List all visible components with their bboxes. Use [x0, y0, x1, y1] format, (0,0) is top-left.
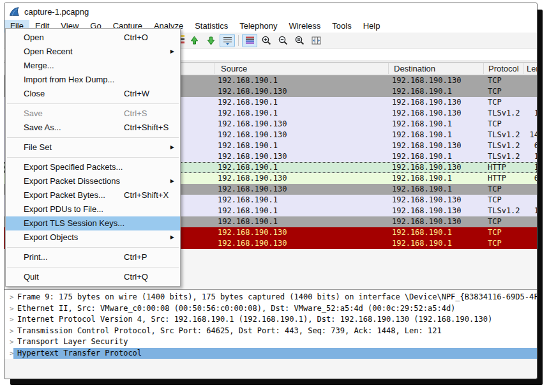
expander-chevron-icon[interactable]: >	[4, 314, 13, 326]
file-menu-item-merge[interactable]: Merge...	[6, 59, 180, 73]
cell-destination: 192.168.190.130	[392, 140, 461, 151]
column-header-source[interactable]: Source	[221, 64, 247, 73]
expander-chevron-icon[interactable]: >	[4, 326, 13, 337]
submenu-arrow-icon: ▶	[170, 230, 174, 245]
detail-tree-row[interactable]: >Transmission Control Protocol, Src Port…	[4, 326, 537, 337]
cell-destination: 192.168.190.1	[392, 184, 452, 195]
file-menu-item-save[interactable]: SaveCtrl+S	[6, 107, 180, 121]
menubar-item-statistics[interactable]: Statistics	[189, 20, 234, 33]
cell-source: 192.168.190.1	[218, 195, 278, 206]
cell-protocol: TCP	[488, 75, 502, 86]
cell-destination: 192.168.190.1	[392, 173, 452, 184]
menu-shortcut: Ctrl+W	[124, 87, 149, 101]
menu-separator	[6, 264, 180, 270]
colorize-packets-icon[interactable]	[242, 34, 257, 47]
resize-columns-icon[interactable]	[308, 34, 324, 47]
detail-text: Transport Layer Security	[13, 336, 537, 348]
file-menu-item-export-specified-packets[interactable]: Export Specified Packets...	[6, 160, 180, 174]
menubar-item-tools[interactable]: Tools	[326, 20, 357, 33]
zoom-in-icon[interactable]	[259, 34, 274, 47]
detail-tree-row[interactable]: >Ethernet II, Src: VMware_c0:00:08 (00:5…	[4, 303, 537, 315]
menu-shortcut: Ctrl+Q	[124, 270, 148, 284]
cell-destination: 192.168.190.130	[392, 108, 461, 119]
cell-protocol: TLSv1.2	[488, 140, 520, 151]
cell-source: 192.168.190.1	[218, 216, 278, 227]
file-menu-item-export-objects[interactable]: Export Objects▶	[6, 230, 180, 245]
menubar-item-telephony[interactable]: Telephony	[234, 20, 283, 33]
detail-tree-row[interactable]: >Internet Protocol Version 4, Src: 192.1…	[4, 314, 537, 326]
cell-protocol: TCP	[488, 216, 502, 227]
detail-text: Hypertext Transfer Protocol	[13, 348, 537, 359]
detail-tree-row[interactable]: >Transport Layer Security	[4, 336, 537, 348]
cell-length: 1	[519, 162, 538, 173]
file-menu-item-export-packet-dissections[interactable]: Export Packet Dissections▶	[6, 174, 180, 188]
cell-source: 192.168.190.130	[218, 151, 287, 162]
wireshark-window: capture-1.pcapng FileEditViewGoCaptureAn…	[4, 3, 538, 379]
file-menu-item-export-packet-bytes[interactable]: Export Packet Bytes...Ctrl+Shift+X	[6, 188, 180, 202]
menu-shortcut: Ctrl+S	[124, 107, 147, 121]
title-bar: capture-1.pcapng	[4, 3, 537, 20]
cell-protocol: TCP	[488, 238, 502, 249]
cell-source: 192.168.190.130	[218, 130, 287, 140]
cell-destination: 192.168.190.1	[392, 86, 452, 97]
menubar-item-wireless[interactable]: Wireless	[283, 20, 326, 33]
expander-chevron-icon[interactable]: >	[4, 292, 13, 303]
cell-destination: 192.168.190.1	[392, 119, 452, 130]
cell-protocol: TCP	[488, 227, 502, 238]
cell-destination: 192.168.190.130	[392, 206, 461, 216]
clipped-toolbar-icon	[181, 34, 184, 47]
file-menu-item-file-set[interactable]: File Set▶	[6, 140, 180, 155]
zoom-normal-icon[interactable]	[292, 34, 307, 47]
detail-text: Internet Protocol Version 4, Src: 192.16…	[13, 314, 537, 326]
cell-source: 192.168.190.130	[218, 86, 287, 97]
file-menu-item-open-recent[interactable]: Open Recent▶	[6, 45, 180, 59]
submenu-arrow-icon: ▶	[170, 45, 174, 59]
cell-destination: 192.168.190.130	[392, 75, 461, 86]
detail-text: Transmission Control Protocol, Src Port:…	[13, 326, 537, 337]
menubar-item-help[interactable]: Help	[357, 20, 386, 33]
menu-shortcut: Ctrl+Shift+S	[124, 121, 169, 135]
file-menu-item-export-tls-session-keys[interactable]: Export TLS Session Keys...	[6, 216, 180, 230]
expander-chevron-icon[interactable]: >	[4, 348, 13, 359]
go-first-packet-icon[interactable]	[186, 34, 202, 47]
expander-chevron-icon[interactable]: >	[4, 336, 13, 348]
cell-protocol: TCP	[488, 195, 502, 206]
cell-destination: 192.168.190.1	[392, 151, 452, 162]
cell-protocol: TCP	[488, 119, 502, 130]
detail-tree-row[interactable]: >Hypertext Transfer Protocol	[4, 348, 537, 359]
menu-separator	[6, 135, 180, 140]
detail-text: Frame 9: 175 bytes on wire (1400 bits), …	[13, 292, 538, 303]
cell-length: 6	[519, 140, 538, 151]
detail-tree-row[interactable]: >Frame 9: 175 bytes on wire (1400 bits),…	[4, 292, 537, 303]
cell-destination: 192.168.190.1	[392, 227, 452, 238]
cell-length: 1	[519, 206, 538, 216]
cell-source: 192.168.190.1	[218, 97, 278, 108]
expander-chevron-icon[interactable]: >	[4, 303, 13, 315]
file-menu-item-open[interactable]: OpenCtrl+O	[6, 31, 180, 45]
cell-protocol: TLSv1.2	[488, 108, 520, 119]
cell-source: 192.168.190.1	[218, 206, 278, 216]
cell-source: 192.168.190.1	[218, 162, 278, 173]
file-menu-item-quit[interactable]: QuitCtrl+Q	[6, 270, 180, 284]
zoom-out-icon[interactable]	[275, 34, 290, 47]
column-header-destination[interactable]: Destination	[394, 64, 435, 73]
menu-separator	[6, 155, 180, 160]
submenu-arrow-icon: ▶	[170, 140, 174, 155]
cell-source: 192.168.190.1	[218, 108, 278, 119]
file-menu-item-save-as[interactable]: Save As...Ctrl+Shift+S	[6, 121, 180, 135]
cell-protocol: TLSv1.2	[488, 206, 520, 216]
column-header-length[interactable]: Length	[527, 64, 538, 73]
auto-scroll-icon[interactable]	[220, 34, 235, 47]
cell-source: 192.168.190.130	[218, 184, 287, 195]
file-menu-item-export-pdus-to-file[interactable]: Export PDUs to File...	[6, 202, 180, 216]
window-title: capture-1.pcapng	[24, 7, 89, 17]
file-menu-item-print[interactable]: Print...Ctrl+P	[6, 250, 180, 264]
menu-separator	[6, 101, 180, 107]
file-menu-item-close[interactable]: CloseCtrl+W	[6, 87, 180, 101]
cell-destination: 192.168.190.130	[392, 195, 461, 206]
column-header-protocol[interactable]: Protocol	[488, 64, 519, 73]
cell-length: 1	[519, 108, 538, 119]
go-last-packet-icon[interactable]	[203, 34, 218, 47]
cell-source: 192.168.190.1	[218, 75, 278, 86]
file-menu-item-import-from-hex-dump[interactable]: Import from Hex Dump...	[6, 73, 180, 87]
